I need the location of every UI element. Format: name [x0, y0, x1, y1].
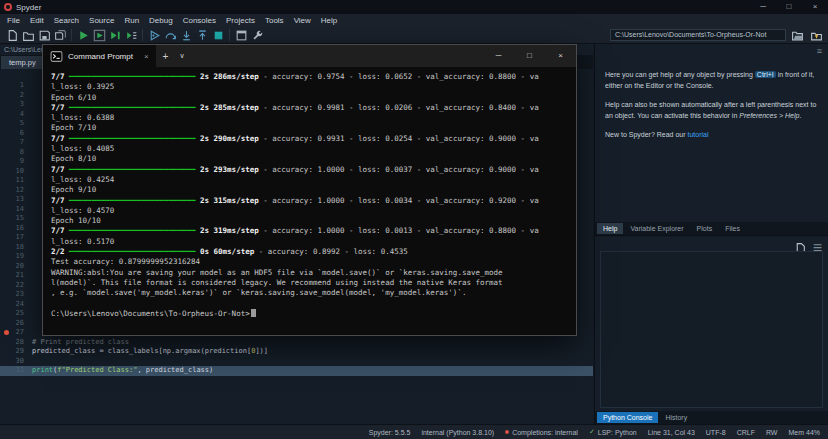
status-check-icon: ✓ — [589, 428, 595, 436]
maximize-pane-button[interactable] — [233, 28, 249, 43]
status-utf-8: UTF-8 — [706, 429, 726, 436]
tab-history[interactable]: History — [659, 412, 693, 423]
terminal-prompt: C:\Users\Lenovo\Documents\To-Orpheus-Or-… — [51, 309, 250, 318]
run-file-button[interactable] — [75, 28, 91, 43]
parent-directory-button[interactable] — [808, 28, 824, 43]
terminal-close-button[interactable]: × — [545, 45, 576, 67]
line-number: 13 — [0, 195, 32, 205]
save-button[interactable] — [36, 28, 52, 43]
terminal-minimize-button[interactable]: ─ — [483, 45, 514, 67]
step-over-button[interactable] — [162, 28, 178, 43]
help-content: Here you can get help of any object by p… — [595, 44, 828, 222]
menu-tools[interactable]: Tools — [260, 14, 289, 27]
terminal-output[interactable]: 7/7 ━━━━━━━━━━━━━━━━━━━━━━━━━━━━ 2s 286m… — [43, 67, 576, 335]
save-all-button[interactable] — [52, 28, 68, 43]
play-line-icon — [125, 29, 138, 42]
line-number: 29 — [0, 347, 32, 357]
title-bar: Spyder ─□× — [0, 0, 828, 14]
menu-debug[interactable]: Debug — [144, 14, 178, 27]
status-line-31-col-43: Line 31, Col 43 — [648, 429, 695, 436]
terminal-dropdown-icon[interactable]: ∨ — [175, 52, 188, 60]
progress-step: 2s 285ms/step — [196, 103, 264, 112]
status-internal-python-3-8-10-: internal (Python 3.8.10) — [421, 429, 494, 436]
console-body[interactable] — [600, 251, 823, 408]
terminal-tab-close-icon[interactable]: × — [144, 52, 149, 61]
tab-help[interactable]: Help — [597, 223, 623, 234]
menu-bar: FileEditSearchSourceRunDebugConsolesProj… — [0, 14, 828, 27]
line-number: 6 — [0, 129, 32, 139]
debug-file-button[interactable] — [146, 28, 162, 43]
menu-source[interactable]: Source — [84, 14, 119, 27]
browse-working-directory-button[interactable] — [789, 28, 805, 43]
step-into-button[interactable] — [178, 28, 194, 43]
menu-edit[interactable]: Edit — [25, 14, 49, 27]
code-token: predicted_class = class_labels[np.argmax… — [32, 347, 251, 355]
doc-icon — [6, 29, 19, 42]
toolbar-separator — [142, 29, 143, 41]
terminal-line: Epoch 8/10 — [51, 154, 576, 164]
menu-search[interactable]: Search — [49, 14, 84, 27]
menu-projects[interactable]: Projects — [221, 14, 260, 27]
line-number: 17 — [0, 233, 32, 243]
terminal-tab[interactable]: Command Prompt × — [43, 45, 156, 67]
status-text: Completions: internal — [512, 429, 578, 436]
status-text: CRLF — [737, 429, 755, 436]
tab-variable-explorer[interactable]: Variable Explorer — [624, 223, 689, 234]
line-number: 10 — [0, 167, 32, 177]
debug-icon — [148, 29, 161, 42]
preferences-button[interactable] — [249, 28, 265, 43]
status-text: Mem 44% — [788, 429, 820, 436]
menu-consoles[interactable]: Consoles — [178, 14, 221, 27]
run-selection-button[interactable] — [123, 28, 139, 43]
progress-step: 2s 290ms/step — [196, 134, 264, 143]
step-over-icon — [164, 29, 177, 42]
command-prompt-window: Command Prompt × + ∨ ─□× 7/7 ━━━━━━━━━━━… — [42, 44, 577, 336]
tab-files[interactable]: Files — [719, 223, 746, 234]
step-into-icon — [180, 29, 193, 42]
open-file-button[interactable] — [20, 28, 36, 43]
terminal-title-bar[interactable]: Command Prompt × + ∨ ─□× — [43, 45, 576, 67]
help-paragraph-2: Help can also be shown automatically aft… — [605, 100, 818, 121]
progress-metrics: - accuracy: 0.9931 - loss: 0.0254 - val_… — [263, 134, 538, 143]
terminal-line: l_loss: 0.3925 — [51, 82, 576, 92]
main-toolbar: C:\Users\Lenovo\Documents\To-Orpheus-Or-… — [0, 27, 828, 44]
menu-help[interactable]: Help — [316, 14, 342, 27]
line-number: 31 — [0, 366, 32, 376]
breakpoint-icon[interactable] — [4, 330, 9, 335]
spyder-window: Spyder ─□× FileEditSearchSourceRunDebugC… — [0, 0, 828, 439]
help-pane: ≡ Here you can get help of any object by… — [595, 44, 828, 236]
run-cell-advance-button[interactable] — [107, 28, 123, 43]
menu-view[interactable]: View — [289, 14, 316, 27]
terminal-line: Epoch 6/10 — [51, 93, 576, 103]
stop-debug-button[interactable] — [210, 28, 226, 43]
window-maximize-button[interactable]: □ — [776, 0, 802, 14]
step-return-button[interactable] — [194, 28, 210, 43]
floppy-all-icon — [54, 29, 67, 42]
line-number: 3 — [0, 100, 32, 110]
menu-run[interactable]: Run — [119, 14, 144, 27]
terminal-line: l_loss: 0.4254 — [51, 175, 576, 185]
working-directory-combobox[interactable]: C:\Users\Lenovo\Documents\To-Orpheus-Or-… — [610, 29, 786, 41]
terminal-cursor — [251, 309, 256, 317]
tab-python-console[interactable]: Python Console — [597, 412, 658, 423]
line-number: 24 — [0, 300, 32, 310]
window-close-button[interactable]: × — [802, 0, 828, 14]
tutorial-link[interactable]: tutorial — [688, 131, 709, 138]
status-text: internal (Python 3.8.10) — [421, 429, 494, 436]
progress-count: 7/7 — [51, 134, 69, 143]
terminal-line: 2/2 ━━━━━━━━━━━━━━━━━━━━━━━━━━━━ 0s 60ms… — [51, 247, 576, 257]
terminal-new-tab-button[interactable]: + — [156, 51, 176, 62]
terminal-maximize-button[interactable]: □ — [514, 45, 545, 67]
new-file-button[interactable] — [4, 28, 20, 43]
line-number: 1 — [0, 81, 32, 91]
run-cell-button[interactable] — [91, 28, 107, 43]
window-minimize-button[interactable]: ─ — [750, 0, 776, 14]
tab-temp-py[interactable]: temp.py — [1, 56, 44, 69]
line-number: 19 — [0, 252, 32, 262]
progress-bar: ━━━━━━━━━━━━━━━━━━━━━━━━━━━━ — [69, 72, 195, 81]
progress-metrics: - accuracy: 1.0000 - loss: 0.0034 - val_… — [263, 196, 538, 205]
terminal-line: Epoch 9/10 — [51, 185, 576, 195]
tab-plots[interactable]: Plots — [691, 223, 719, 234]
menu-file[interactable]: File — [2, 14, 25, 27]
folder-icon — [22, 29, 35, 42]
